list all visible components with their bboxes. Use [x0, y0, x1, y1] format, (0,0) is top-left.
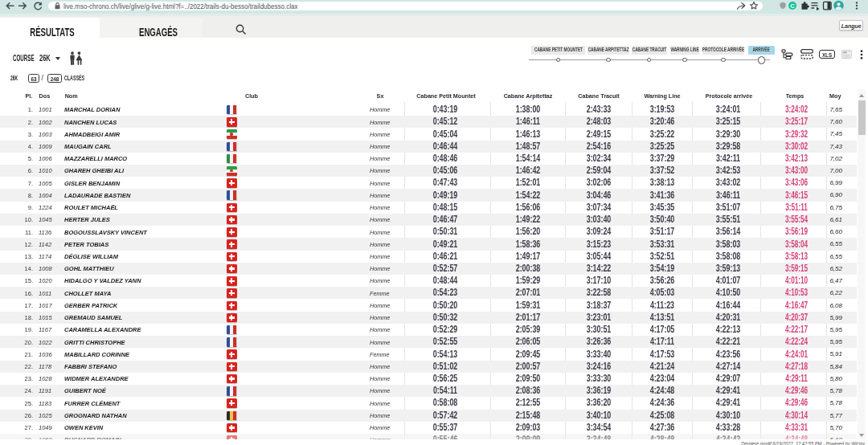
svg-text:C: C: [790, 2, 795, 10]
